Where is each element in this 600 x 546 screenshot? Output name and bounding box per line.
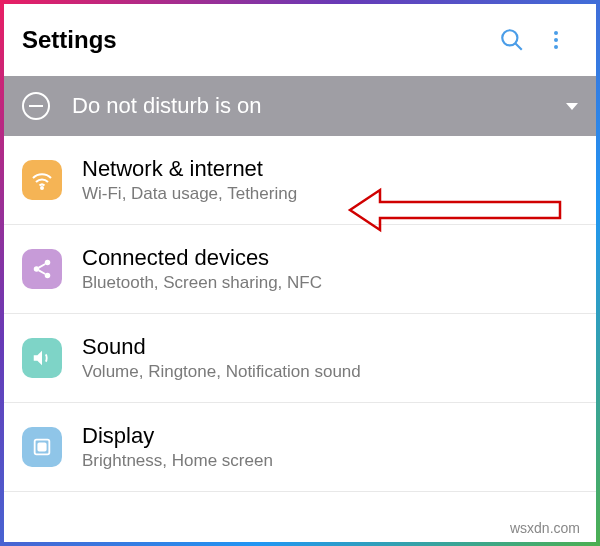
settings-item-connected[interactable]: Connected devices Bluetooth, Screen shar… bbox=[4, 225, 596, 314]
item-subtitle: Bluetooth, Screen sharing, NFC bbox=[82, 273, 578, 293]
wifi-icon bbox=[22, 160, 62, 200]
item-content: Connected devices Bluetooth, Screen shar… bbox=[82, 245, 578, 293]
settings-item-display[interactable]: Display Brightness, Home screen bbox=[4, 403, 596, 492]
page-title: Settings bbox=[22, 26, 490, 54]
settings-item-network[interactable]: Network & internet Wi-Fi, Data usage, Te… bbox=[4, 136, 596, 225]
item-content: Sound Volume, Ringtone, Notification sou… bbox=[82, 334, 578, 382]
search-icon bbox=[499, 27, 525, 53]
svg-rect-12 bbox=[38, 443, 45, 450]
chevron-down-icon bbox=[566, 103, 578, 110]
svg-point-8 bbox=[45, 273, 51, 279]
header: Settings bbox=[4, 4, 596, 76]
svg-line-1 bbox=[515, 43, 522, 50]
settings-item-sound[interactable]: Sound Volume, Ringtone, Notification sou… bbox=[4, 314, 596, 403]
item-content: Network & internet Wi-Fi, Data usage, Te… bbox=[82, 156, 578, 204]
speaker-icon bbox=[22, 338, 62, 378]
svg-point-3 bbox=[554, 38, 558, 42]
do-not-disturb-text: Do not disturb is on bbox=[72, 93, 566, 119]
do-not-disturb-banner[interactable]: Do not disturb is on bbox=[4, 76, 596, 136]
item-title: Connected devices bbox=[82, 245, 578, 271]
search-button[interactable] bbox=[490, 18, 534, 62]
display-icon bbox=[22, 427, 62, 467]
do-not-disturb-icon bbox=[22, 92, 50, 120]
more-button[interactable] bbox=[534, 18, 578, 62]
svg-line-9 bbox=[39, 264, 45, 268]
item-title: Network & internet bbox=[82, 156, 578, 182]
share-icon bbox=[22, 249, 62, 289]
item-subtitle: Brightness, Home screen bbox=[82, 451, 578, 471]
svg-line-10 bbox=[39, 270, 45, 274]
item-subtitle: Volume, Ringtone, Notification sound bbox=[82, 362, 578, 382]
item-title: Display bbox=[82, 423, 578, 449]
settings-list: Network & internet Wi-Fi, Data usage, Te… bbox=[4, 136, 596, 492]
item-subtitle: Wi-Fi, Data usage, Tethering bbox=[82, 184, 578, 204]
svg-point-2 bbox=[554, 31, 558, 35]
svg-point-6 bbox=[45, 260, 51, 266]
item-title: Sound bbox=[82, 334, 578, 360]
svg-point-4 bbox=[554, 45, 558, 49]
svg-point-0 bbox=[502, 30, 517, 45]
item-content: Display Brightness, Home screen bbox=[82, 423, 578, 471]
svg-point-7 bbox=[34, 266, 40, 272]
more-vertical-icon bbox=[544, 28, 568, 52]
svg-point-5 bbox=[41, 187, 43, 189]
